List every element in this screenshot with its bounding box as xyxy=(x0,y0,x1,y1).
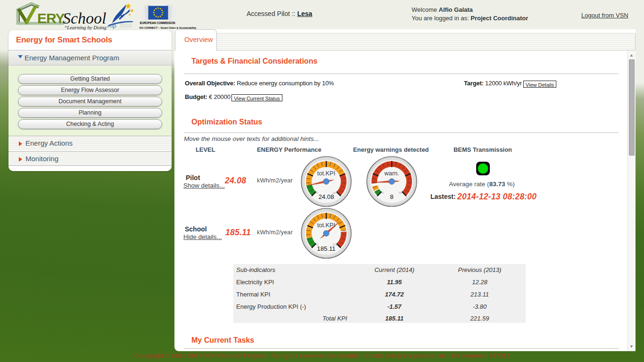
svg-text:ERY: ERY xyxy=(37,10,65,26)
svg-text:tot.KPI: tot.KPI xyxy=(317,222,335,229)
svg-text:EUROPEAN COMMISSION: EUROPEAN COMMISSION xyxy=(140,21,176,25)
svg-text:24.08: 24.08 xyxy=(318,193,334,200)
svg-text:50: 50 xyxy=(399,191,402,194)
svg-text:8: 8 xyxy=(390,193,393,200)
svg-text:warn.: warn. xyxy=(384,170,399,177)
svg-text:“Learning by Doing”: “Learning by Doing” xyxy=(64,25,109,30)
svg-text:‹ip: ‹ip xyxy=(109,22,116,29)
svg-text:tot.KPI: tot.KPI xyxy=(317,170,335,177)
svg-text:DG CONNECT – Smart Cities & Su: DG CONNECT – Smart Cities & Sustainabili… xyxy=(140,26,197,29)
svg-text:185.11: 185.11 xyxy=(317,245,335,252)
